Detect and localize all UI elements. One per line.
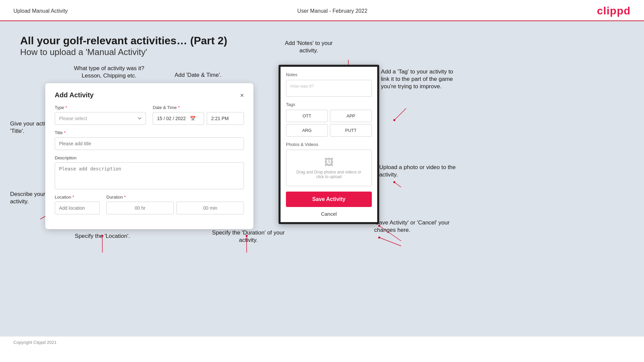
location-label: Location * <box>55 195 100 200</box>
description-label: Description <box>55 155 244 160</box>
time-input[interactable]: 2:21 PM <box>207 112 244 125</box>
annotation-date-time: Add 'Date & Time'. <box>164 71 232 79</box>
notes-input[interactable]: How was it? <box>286 80 372 97</box>
duration-label: Duration * <box>106 195 244 200</box>
photos-section: Photos & Videos 🖼 Drag and Drop photos a… <box>286 142 372 186</box>
form-group-title: Title * <box>55 130 244 150</box>
form-group-location: Location * <box>55 195 100 214</box>
svg-line-18 <box>394 182 401 187</box>
date-input[interactable]: 15 / 02 / 2022 📅 <box>153 112 204 125</box>
main-content: All your golf-relevant activities… (Part… <box>0 21 644 337</box>
photos-dropzone[interactable]: 🖼 Drag and Drop photos and videos or cli… <box>286 150 372 186</box>
annotation-tag: Add a 'Tag' to your activity to link it … <box>381 68 461 90</box>
tag-app[interactable]: APP <box>330 110 372 122</box>
form-row-location-duration: Location * Duration * <box>55 195 244 214</box>
annotation-notes: Add 'Notes' to your activity. <box>275 40 342 54</box>
save-activity-button[interactable]: Save Activity <box>286 192 372 207</box>
calendar-icon: 📅 <box>190 116 196 121</box>
duration-min-input[interactable] <box>177 202 244 214</box>
form-group-description: Description <box>55 155 244 189</box>
tags-label: Tags <box>286 102 372 107</box>
notes-section-label: Notes <box>286 72 372 77</box>
annotation-what-type: What type of activity was it? Lesson, Ch… <box>72 65 146 80</box>
manual-subtitle: User Manual - February 2022 <box>297 8 367 14</box>
tag-putt[interactable]: PUTT <box>330 124 372 137</box>
type-select[interactable]: Please select <box>55 112 146 125</box>
annotation-upload: Upload a photo or video to the activity. <box>379 164 460 178</box>
form-group-datetime: Date & Time * 15 / 02 / 2022 📅 2:21 PM <box>153 105 244 125</box>
annotation-duration: Specify the 'Duration' of your activity. <box>205 229 292 244</box>
tag-arg[interactable]: ARG <box>286 124 328 137</box>
tag-ott[interactable]: OTT <box>286 110 328 122</box>
close-button[interactable]: × <box>240 92 244 99</box>
tags-grid: OTT APP ARG PUTT <box>286 110 372 137</box>
date-time-group: 15 / 02 / 2022 📅 2:21 PM <box>153 112 244 125</box>
datetime-label: Date & Time * <box>153 105 244 110</box>
svg-point-17 <box>393 119 395 121</box>
dialog-title: Add Activity <box>55 91 94 99</box>
tags-section: Tags OTT APP ARG PUTT <box>286 102 372 137</box>
phone-mockup: Notes How was it? Tags OTT APP ARG PUTT … <box>279 65 379 224</box>
cancel-link[interactable]: Cancel <box>286 211 372 217</box>
title-label: Title * <box>55 130 244 135</box>
footer: Copyright Clippd 2021 <box>0 337 644 348</box>
logo: clippd <box>597 5 631 17</box>
annotation-location: Specify the 'Location'. <box>65 232 139 240</box>
add-activity-dialog: Add Activity × Type * Please select Date… <box>45 83 253 229</box>
dialog-header: Add Activity × <box>55 91 244 99</box>
type-label: Type * <box>55 105 146 110</box>
svg-line-16 <box>394 108 406 120</box>
photos-label: Photos & Videos <box>286 142 372 147</box>
svg-line-22 <box>379 238 401 246</box>
copyright: Copyright Clippd 2021 <box>13 340 57 345</box>
form-row-type-datetime: Type * Please select Date & Time * 15 / … <box>55 105 244 125</box>
title-input[interactable] <box>55 137 244 150</box>
form-group-type: Type * Please select <box>55 105 146 125</box>
top-bar: Upload Manual Activity User Manual - Feb… <box>0 0 644 21</box>
duration-group <box>106 202 244 214</box>
description-input[interactable] <box>55 162 244 189</box>
form-group-duration: Duration * <box>106 195 244 214</box>
page-title: Upload Manual Activity <box>13 8 68 14</box>
svg-point-19 <box>393 181 395 183</box>
photo-icon: 🖼 <box>293 157 365 168</box>
svg-point-23 <box>378 237 380 239</box>
annotation-save: 'Save Activity' or 'Cancel' your changes… <box>374 219 461 234</box>
duration-hr-input[interactable] <box>106 202 174 214</box>
location-input[interactable] <box>55 202 100 214</box>
